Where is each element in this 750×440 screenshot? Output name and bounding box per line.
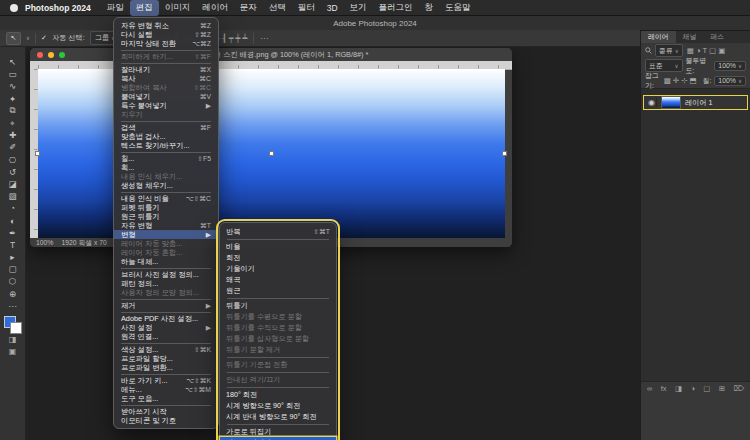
transform-submenu-item-perspective[interactable]: 원근 xyxy=(220,285,336,296)
layer-visibility-icon[interactable]: ◉ xyxy=(647,98,657,107)
transform-handle-right[interactable] xyxy=(502,151,507,156)
zoom-level[interactable]: 100% xyxy=(36,239,53,246)
pixel-layer-filter-icon[interactable]: ▦ xyxy=(686,46,695,55)
background-color-swatch[interactable] xyxy=(10,322,22,334)
hand-tool[interactable]: ⬡ xyxy=(4,275,22,287)
menubar-item-file[interactable]: 파일 xyxy=(101,0,130,16)
pen-tool[interactable]: ✒ xyxy=(4,227,22,239)
type-tool[interactable]: T xyxy=(4,239,22,251)
link-layers-icon[interactable]: ∞ xyxy=(647,384,652,393)
adjustment-layer-icon[interactable]: ◑ xyxy=(690,384,695,393)
transform-submenu-item-distort[interactable]: 왜곡 xyxy=(220,274,336,285)
kind-filter-dropdown[interactable]: 종류 ∨ xyxy=(655,44,683,57)
menubar-app-name[interactable]: Photoshop 2024 xyxy=(25,3,91,13)
close-button[interactable] xyxy=(37,52,43,58)
panel-dock: 레이어채널패스 종류 ∨ ▦◑T▢▣ 표준 ∨ 불투명도: 100% ∨ 잠그기… xyxy=(640,30,750,440)
menubar-item-help[interactable]: 도움말 xyxy=(439,0,477,16)
transform-submenu-item-rotate-90-cw[interactable]: 시계 방향으로 90° 회전 xyxy=(220,400,336,411)
healing-brush-tool[interactable]: ✚ xyxy=(4,129,22,141)
align-bottom-edges-icon[interactable]: ┷ xyxy=(241,34,248,43)
layer-effects-icon[interactable]: fx xyxy=(661,384,667,393)
tool-preset-icon[interactable]: ↖ xyxy=(6,32,21,45)
eyedropper-tool[interactable]: ⌖ xyxy=(4,117,22,129)
transform-handle-left[interactable] xyxy=(35,151,40,156)
lock-pixels-icon[interactable]: ✛ xyxy=(672,76,680,85)
panel-tab-layers[interactable]: 레이어 xyxy=(641,30,676,43)
edit-menu-item-convert-to-profile[interactable]: 프로파일 변환... xyxy=(114,363,218,372)
delete-layer-icon[interactable]: ⌦ xyxy=(733,384,744,393)
document-titlebar[interactable]: 그라데이션 스킨 배경.png @ 100% (레이어 1, RGB/8#) * xyxy=(30,48,512,61)
layer-group-icon[interactable]: ▢ xyxy=(703,384,710,393)
layer-mask-icon[interactable]: ◨ xyxy=(675,384,682,393)
transform-submenu-item-rotate-90-ccw[interactable]: 시계 반대 방향으로 90° 회전 xyxy=(220,411,336,422)
clone-stamp-tool[interactable]: ⎔ xyxy=(4,154,22,166)
transform-submenu-item-split-warp-vertically: 뒤틀기를 수직으로 분할 xyxy=(220,322,336,333)
quick-mask-icon[interactable]: ◨ xyxy=(4,333,22,345)
transform-submenu-item-scale[interactable]: 비율 xyxy=(220,241,336,252)
edit-menu-item-label: 도구 모음... xyxy=(121,394,158,404)
menubar-item-image[interactable]: 이미지 xyxy=(159,0,197,16)
panel-tab-channels[interactable]: 채널 xyxy=(676,30,704,43)
panel-tab-paths[interactable]: 패스 xyxy=(703,30,731,43)
lock-position-icon[interactable]: ⊹ xyxy=(680,76,688,85)
transform-submenu-item-rotate-180[interactable]: 180° 회전 xyxy=(220,389,336,400)
new-layer-icon[interactable]: ⊞ xyxy=(719,384,725,393)
layer-row[interactable]: ◉레이어 1 xyxy=(643,95,748,110)
transform-handle-center[interactable] xyxy=(269,151,274,156)
transform-submenu-item-warp[interactable]: 뒤틀기 xyxy=(220,300,336,311)
align-top-edges-icon[interactable]: ┯ xyxy=(228,34,235,43)
dodge-tool[interactable]: ◐ xyxy=(4,214,22,226)
opacity-dropdown[interactable]: 100% ∨ xyxy=(714,61,746,71)
minimize-button[interactable] xyxy=(48,52,54,58)
marquee-tool[interactable]: ▭ xyxy=(4,68,22,80)
menubar-item-type[interactable]: 문자 xyxy=(234,0,263,16)
transform-submenu-item-again[interactable]: 반복⇧⌘T xyxy=(220,226,336,237)
edit-menu-item-generative-fill[interactable]: 생성형 채우기... xyxy=(114,181,218,190)
smart-object-filter-icon[interactable]: ▣ xyxy=(717,46,726,55)
align-right-edges-icon[interactable]: ┨ xyxy=(221,34,228,43)
crop-tool[interactable]: ⧉ xyxy=(4,105,22,117)
align-vertical-centers-icon[interactable]: ┿ xyxy=(235,34,242,43)
shape-layer-filter-icon[interactable]: ▢ xyxy=(708,46,717,55)
menubar-item-window[interactable]: 창 xyxy=(419,0,440,16)
edit-menu-item-remote-connections[interactable]: 원격 연결... xyxy=(114,332,218,341)
menubar-item-edit[interactable]: 편집 xyxy=(130,0,159,16)
transform-submenu-item-skew[interactable]: 기울이기 xyxy=(220,263,336,274)
history-brush-tool[interactable]: ↺ xyxy=(4,166,22,178)
edit-menu-item-sky-replacement[interactable]: 하늘 대체... xyxy=(114,257,218,266)
type-layer-filter-icon[interactable]: T xyxy=(701,46,708,55)
brush-tool[interactable]: ✐ xyxy=(4,141,22,153)
apple-menu-icon[interactable] xyxy=(10,4,18,12)
move-tool[interactable]: ↖ xyxy=(4,56,22,68)
edit-menu-item-emoji-symbols[interactable]: 이모티콘 및 기호 xyxy=(114,416,218,425)
shape-tool[interactable]: ▢ xyxy=(4,263,22,275)
lock-all-icon[interactable]: ⬒ xyxy=(688,76,697,85)
edit-menu-item-toolbar[interactable]: 도구 모음... xyxy=(114,394,218,403)
path-selection-tool[interactable]: ▸ xyxy=(4,251,22,263)
menubar-item-filter[interactable]: 필터 xyxy=(292,0,321,16)
menubar-item-plugins[interactable]: 플러그인 xyxy=(373,0,419,16)
more-options-icon[interactable]: ⋯ xyxy=(259,34,269,43)
shortcut-label: ⇧⌘Z xyxy=(194,31,211,39)
auto-select-checkbox[interactable]: ✓ xyxy=(41,34,47,42)
edit-menu-item-purge[interactable]: 제거▶ xyxy=(114,301,218,310)
eraser-tool[interactable]: ◪ xyxy=(4,178,22,190)
edit-toolbar-icon[interactable]: ⋯ xyxy=(4,300,22,312)
transform-submenu-item-flip-horizontal[interactable]: 가로로 뒤집기 xyxy=(220,426,336,437)
menubar-item-3d[interactable]: 3D xyxy=(321,1,344,15)
lock-transparency-icon[interactable]: ▩ xyxy=(663,76,672,85)
object-selection-tool[interactable]: ✦ xyxy=(4,93,22,105)
edit-menu-item-find-replace-text[interactable]: 텍스트 찾기/바꾸기... xyxy=(114,141,218,150)
fill-label: 칠: xyxy=(703,76,712,86)
fill-dropdown[interactable]: 100% ∨ xyxy=(714,76,746,86)
zoom-tool[interactable]: ⊕ xyxy=(4,288,22,300)
lasso-tool[interactable]: ∿ xyxy=(4,80,22,92)
menubar-item-select[interactable]: 선택 xyxy=(263,0,292,16)
transform-submenu-item-rotate[interactable]: 회전 xyxy=(220,252,336,263)
blur-tool[interactable]: ◔ xyxy=(4,202,22,214)
menubar-item-layer[interactable]: 레이어 xyxy=(196,0,234,16)
gradient-tool[interactable]: ▨ xyxy=(4,190,22,202)
menubar-item-view[interactable]: 보기 xyxy=(344,0,373,16)
screen-mode-icon[interactable]: ▣ xyxy=(4,345,22,357)
edit-menu-item-toggle-last-state[interactable]: 마지막 상태 전환⌥⌘Z xyxy=(114,39,218,48)
